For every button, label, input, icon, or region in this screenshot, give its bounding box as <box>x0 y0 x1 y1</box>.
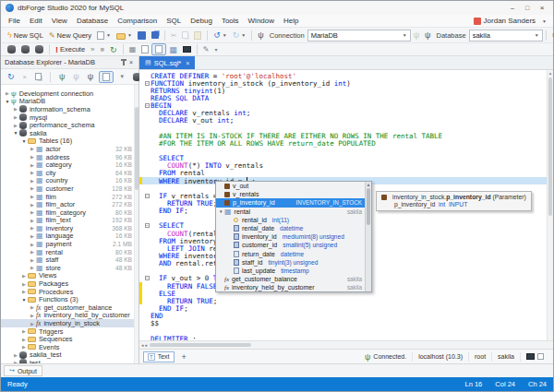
save-all-button[interactable] <box>149 30 162 40</box>
history-icon[interactable]: ↻ <box>107 44 120 55</box>
horizontal-scrollbar[interactable]: ◂ ▸ <box>139 340 553 349</box>
tree-item[interactable]: ▶▦payment2.1 MB <box>1 240 134 248</box>
open-file-button[interactable]: ▼ <box>114 30 135 41</box>
connection-select[interactable]: MariaDB▼ <box>307 30 411 42</box>
copy-button[interactable] <box>179 30 191 40</box>
tree-item[interactable]: ▶▦category16 KB <box>1 160 134 169</box>
text-view-tab[interactable]: T Text <box>143 351 175 362</box>
autocomplete-item[interactable]: v_out <box>216 182 365 190</box>
expander-icon[interactable]: ▶ <box>29 257 36 263</box>
expander-icon[interactable]: ▶ <box>29 209 36 215</box>
close-tab-icon[interactable]: × <box>186 60 189 66</box>
fold-toggle-icon[interactable]: – <box>145 223 150 228</box>
code-line[interactable]: END <box>139 313 547 320</box>
autocomplete-item[interactable]: inventory_idmediumint(8) unsigned <box>216 232 365 241</box>
tree-item[interactable]: ▶▦country16 KB <box>1 177 134 185</box>
tree-item[interactable]: ▶mysql <box>1 113 134 122</box>
properties-icon[interactable] <box>32 72 44 81</box>
expander-icon[interactable]: ▶ <box>29 154 36 160</box>
expander-icon[interactable]: ▶ <box>29 185 36 191</box>
expander-icon[interactable]: ▶ <box>29 313 36 318</box>
autocomplete-item[interactable]: staff_idtinyint(3) unsigned <box>216 258 365 267</box>
expander-icon[interactable]: ▶ <box>29 265 36 270</box>
code-line[interactable] <box>139 147 547 154</box>
expander-icon[interactable]: ▶ <box>20 337 28 342</box>
expander-icon[interactable]: ▶ <box>29 233 36 239</box>
explorer-scrollbar[interactable] <box>134 85 138 363</box>
maximize-button[interactable]: □ <box>521 3 534 13</box>
refresh-icon[interactable]: ↻ <box>5 71 18 82</box>
tree-item[interactable]: ▶ψDevelopment connection <box>1 89 134 98</box>
editor-scrollbar[interactable]: ▴ <box>547 70 553 340</box>
code-line[interactable]: END IF; <box>139 304 547 312</box>
document-tab[interactable]: ▤ SQL.sql* × <box>139 56 195 69</box>
menu-help[interactable]: Help <box>279 17 303 25</box>
autocomplete-item[interactable]: fxget_customer_balancesakila <box>216 275 365 283</box>
expander-icon[interactable]: ▶ <box>20 289 28 294</box>
connection-plug-icon[interactable]: ψ <box>255 30 266 40</box>
query-builder-icon[interactable] <box>151 43 166 55</box>
expander-icon[interactable]: ▶ <box>29 194 36 199</box>
tree-item[interactable]: ▼Tables (16) <box>1 137 134 146</box>
new-connection-icon[interactable]: ψ <box>56 72 67 81</box>
expander-icon[interactable]: ▶ <box>12 123 19 128</box>
expander-icon[interactable]: ▶ <box>12 114 19 120</box>
close-button[interactable]: × <box>536 3 548 13</box>
scrollbar-thumb[interactable] <box>548 77 552 216</box>
execute-to-cursor-icon[interactable]: » <box>88 44 97 54</box>
scrollbar-thumb[interactable] <box>150 343 251 347</box>
filter-icon[interactable]: ▼ <box>116 73 127 80</box>
expander-icon[interactable]: ▶ <box>29 162 36 168</box>
tree-item[interactable]: ▶▦film_text192 KB <box>1 217 134 225</box>
tree-item[interactable]: ▶fxinventory_in_stock <box>1 319 134 327</box>
tree-item[interactable]: ▶▦inventory368 KB <box>1 224 134 232</box>
stop-icon[interactable]: ■ <box>98 44 108 54</box>
code-line[interactable]: RETURN TRUE; <box>139 297 547 304</box>
autocomplete-item[interactable]: p_inventory_idINVENTORY_IN_STOCK <box>216 198 365 207</box>
autocomplete-item[interactable]: rental_idint(11) <box>216 216 365 224</box>
monitor-icon[interactable] <box>526 353 535 360</box>
expander-icon[interactable]: ▶ <box>12 352 19 358</box>
expander-icon[interactable]: ▼ <box>12 130 19 136</box>
expander-icon[interactable]: ▼ <box>20 138 28 144</box>
tree-item[interactable]: ▶Packages <box>1 279 134 288</box>
disconnect-icon[interactable]: ψ <box>85 72 96 81</box>
expander-icon[interactable]: ▶ <box>29 178 36 184</box>
expander-icon[interactable]: ▼ <box>4 99 11 104</box>
expander-icon[interactable]: ▶ <box>20 344 28 350</box>
tree-item[interactable]: ▶▦actor32 KB <box>1 145 134 153</box>
refresh-sizes-icon[interactable] <box>99 71 114 83</box>
fold-toggle-icon[interactable]: – <box>145 103 150 108</box>
expander-icon[interactable]: ▶ <box>29 146 36 151</box>
tree-item[interactable]: ▶▦city64 KB <box>1 169 134 177</box>
expander-icon[interactable]: ▶ <box>29 249 36 255</box>
storage-engine-icon[interactable] <box>18 44 32 54</box>
tree-item[interactable]: ▶▦film272 KB <box>1 193 134 201</box>
menu-tools[interactable]: Tools <box>217 17 244 25</box>
autocomplete-item[interactable]: ▼▦rentalsakila <box>216 208 365 216</box>
database-select[interactable]: sakila▼ <box>469 30 543 42</box>
tree-item[interactable]: ▶information_schema <box>1 105 134 113</box>
scroll-left-icon[interactable]: ◂ <box>141 342 144 348</box>
execute-button[interactable]: !Execute <box>53 44 88 55</box>
checkbox-icon[interactable] <box>537 353 544 360</box>
tree-item[interactable]: ▶▦language16 KB <box>1 232 134 241</box>
code-line[interactable]: #FOR THE ITEM OR ALL ROWS HAVE return_da… <box>139 139 547 147</box>
expander-icon[interactable]: ▶ <box>29 321 36 327</box>
expander-icon[interactable]: ▶ <box>29 202 36 208</box>
tree-item[interactable]: ▶fxinventory_held_by_customer <box>1 312 134 320</box>
tree-item[interactable]: ▶sakila_test <box>1 351 134 360</box>
tree-item[interactable]: ▶Sequences <box>1 335 134 343</box>
connect-icon[interactable]: ψ <box>70 72 81 81</box>
tree-item[interactable]: ▶▦film_actor272 KB <box>1 200 134 208</box>
fold-toggle-icon[interactable]: – <box>145 194 150 198</box>
format-icon[interactable]: ✎ <box>200 44 212 54</box>
tree-item[interactable]: ▶test <box>1 359 134 363</box>
tree-item[interactable]: ▶▦address96 KB <box>1 153 134 161</box>
menu-file[interactable]: File <box>4 17 25 25</box>
tree-item[interactable]: ▼sakila <box>1 129 134 137</box>
tree-item[interactable]: ▶▦rental80 KB <box>1 248 134 256</box>
code-line[interactable]: $$ <box>139 320 547 327</box>
scrollbar-thumb[interactable] <box>135 107 138 190</box>
autocomplete-item[interactable]: return_datedatetime <box>216 250 365 258</box>
